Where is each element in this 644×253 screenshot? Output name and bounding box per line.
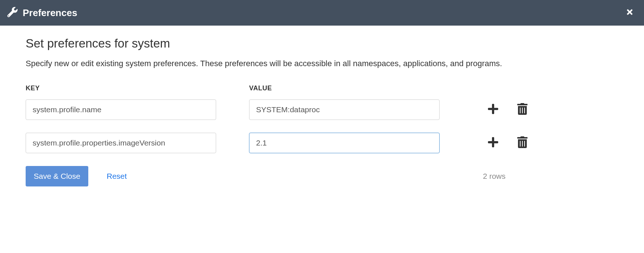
row-actions xyxy=(487,136,528,150)
column-header-key: KEY xyxy=(26,84,216,92)
dialog-title: Preferences xyxy=(23,7,77,19)
page-description: Specify new or edit existing system pref… xyxy=(26,57,618,70)
table-headers: KEY VALUE xyxy=(26,84,618,92)
value-input[interactable] xyxy=(249,133,440,153)
dialog-footer: Save & Close Reset 2 rows xyxy=(26,166,506,186)
value-input[interactable] xyxy=(249,99,440,120)
column-header-value: VALUE xyxy=(249,84,440,92)
delete-row-icon[interactable] xyxy=(517,136,528,150)
row-actions xyxy=(487,103,528,116)
key-input[interactable] xyxy=(26,99,216,120)
dialog-header: Preferences xyxy=(0,0,644,26)
wrench-icon xyxy=(7,7,18,19)
save-close-button[interactable]: Save & Close xyxy=(26,166,88,186)
add-row-icon[interactable] xyxy=(487,103,499,116)
add-row-icon[interactable] xyxy=(487,136,499,150)
close-icon[interactable] xyxy=(623,5,637,20)
preference-row xyxy=(26,99,618,120)
page-title: Set preferences for system xyxy=(26,37,618,50)
row-count-label: 2 rows xyxy=(483,172,506,181)
delete-row-icon[interactable] xyxy=(517,103,528,116)
header-left: Preferences xyxy=(7,7,77,19)
dialog-content: Set preferences for system Specify new o… xyxy=(0,26,644,197)
reset-link[interactable]: Reset xyxy=(107,172,127,181)
footer-left: Save & Close Reset xyxy=(26,166,127,186)
preference-row xyxy=(26,133,618,153)
key-input[interactable] xyxy=(26,133,216,153)
